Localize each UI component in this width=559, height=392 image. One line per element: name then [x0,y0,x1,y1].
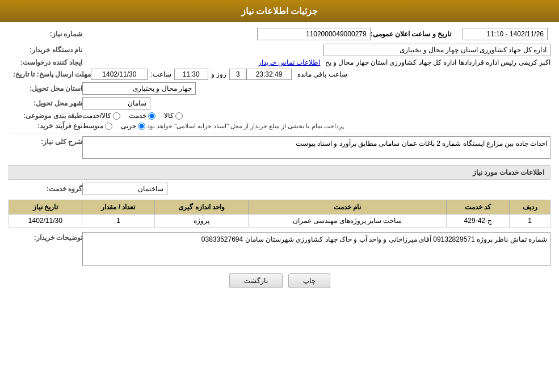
sharh-label: شرح کلی نیاز: [9,136,82,146]
col-kod: کد خدمت [447,200,510,214]
shomara-niaz-value: 1102000049000279 [257,28,371,40]
baqi-label: ساعت باقی مانده [297,70,347,78]
services-table: ردیف کد خدمت نام خدمت واحد اندازه گیری ت… [9,200,550,227]
gorouh-label: گروه خدمت: [9,185,82,193]
name-dastgah-field: اداره کل جهاد کشاورزی استان چهار محال و … [82,44,550,56]
cell-name: ساخت سایر پروژه‌های مهندسی عمران [248,214,446,227]
name-dastgah-label: نام دستگاه خریدار: [9,46,82,54]
purchase-note: پرداخت تمام یا بخشی از مبلغ خریدار از مح… [145,123,344,130]
radio-kala-khedmat-input[interactable] [113,112,120,120]
page-header: جزئیات اطلاعات نیاز [0,0,559,22]
cell-radif: 1 [510,214,550,227]
shahr-row: شهر محل تحویل: سامان [9,97,550,109]
services-tbody: 1ج-42-429ساخت سایر پروژه‌های مهندسی عمرا… [9,214,550,227]
col-radif: ردیف [510,200,550,214]
name-dastgah-row: نام دستگاه خریدار: اداره کل جهاد کشاورزی… [9,44,550,56]
sharh-textarea[interactable] [82,136,550,159]
col-name: نام خدمت [248,200,446,214]
radio-jozi: جزیی [121,122,145,130]
back-button[interactable]: بازگشت [229,273,283,288]
shomara-niaz-field: 1102000049000279 [82,28,371,40]
gorouh-value: ساختمان [82,183,167,195]
shomara-niaz-label: شماره نیاز: [9,30,82,38]
khadamat-section-header: اطلاعات خدمات مورد نیاز [9,165,550,180]
radio-motavaset-input[interactable] [105,123,112,130]
noue-label: نوع فرآیند خرید: [9,122,82,130]
roz-label: روز و [211,70,226,78]
button-group: چاپ بازگشت [9,273,550,288]
name-dastgah-value: اداره کل جهاد کشاورزی استان چهار محال و … [323,44,550,56]
radio-motavaset-label: متوسط [82,122,103,130]
ijad-row: ایجاد کننده درخواست: اکبر کریمی رئیس ادا… [9,58,550,66]
sharh-row: شرح کلی نیاز: [9,136,550,161]
tousif-row: توضیحات خریدار: [9,232,550,268]
radio-kala-label: کالا [164,112,174,120]
khadamat-label: اطلاعات خدمات مورد نیاز [473,168,544,176]
mohlat-row: مهلت ارسال پاسخ: تا تاریخ: 1402/11/30 سا… [9,69,550,80]
radio-kala-khedmat: کالا/خدمت [82,112,120,120]
tabaqe-radio-group: کالا/خدمت خدمت کالا [82,112,183,120]
noue-radio-group: متوسط جزیی [82,122,145,130]
ostan-row: استان محل تحویل: چهار محال و بختیاری [9,82,550,95]
cell-tedad: 1 [82,214,155,227]
noue-row: نوع فرآیند خرید: متوسط جزیی پرداخت تمام … [9,122,550,130]
tousif-field [82,232,550,268]
radio-kala: کالا [164,112,183,120]
tabaqe-label: طبقه بندی موضوعی: [9,112,82,120]
col-tarikh: تاریخ نیاز [9,200,82,214]
page-container: جزئیات اطلاعات نیاز شماره نیاز: 11020000… [0,0,559,392]
mohlat-date-value: 1402/11/30 [91,69,148,80]
radio-khedmat: خدمت [129,112,155,120]
cell-tarikh: 1402/11/30 [9,214,82,227]
col-tedad: تعداد / مقدار [82,200,155,214]
announce-value: 1402/11/26 - 11:10 [463,28,548,40]
radio-jozi-input[interactable] [138,123,145,130]
radio-khedmat-input[interactable] [148,112,155,120]
ijad-field: اکبر کریمی رئیس اداره قراردادها اداره کل… [82,58,550,66]
mohlat-time-value: 11:30 [174,69,208,80]
ostan-label: استان محل تحویل: [9,85,82,92]
table-header-row: ردیف کد خدمت نام خدمت واحد اندازه گیری ت… [9,200,550,214]
ostan-value: چهار محال و بختیاری [82,82,196,95]
sharh-field [82,136,550,161]
col-vahed: واحد اندازه گیری [155,200,249,214]
radio-khedmat-label: خدمت [129,112,146,120]
radio-jozi-label: جزیی [121,122,136,130]
etelaat-tamas-link[interactable]: اطلاعات تماس خریدار [258,58,321,66]
tousif-label: توضیحات خریدار: [9,232,82,242]
table-row: 1ج-42-429ساخت سایر پروژه‌های مهندسی عمرا… [9,214,550,227]
shahr-value: سامان [82,97,150,109]
radio-kala-input[interactable] [175,112,183,120]
divider-1 [9,133,550,133]
content-area: شماره نیاز: 1102000049000279 تاریخ و ساع… [0,22,559,300]
print-button[interactable]: چاپ [288,273,330,288]
ijad-value: اکبر کریمی رئیس اداره قراردادها اداره کل… [325,58,550,66]
tousif-textarea[interactable] [82,232,550,266]
gorouh-row: گروه خدمت: ساختمان [9,183,550,195]
radio-motavaset: متوسط [82,122,112,130]
radio-kala-khedmat-label: کالا/خدمت [82,112,111,120]
time-label: ساعت: [150,70,171,78]
cell-kod: ج-42-429 [447,214,510,227]
shomara-niaz-row: شماره نیاز: 1102000049000279 تاریخ و ساع… [9,28,550,40]
announce-label: تاریخ و ساعت اعلان عمومی: [371,30,451,38]
tabaqe-row: طبقه بندی موضوعی: کالا/خدمت خدمت کالا [9,112,550,120]
roz-value: 3 [229,69,246,80]
mohlat-label: مهلت ارسال پاسخ: تا تاریخ: [9,70,91,78]
baqi-value: 23:32:49 [246,69,292,80]
header-title: جزئیات اطلاعات نیاز [241,6,318,16]
cell-vahed: پروژه [155,214,249,227]
shahr-label: شهر محل تحویل: [9,99,82,107]
ijad-label: ایجاد کننده درخواست: [9,58,82,66]
